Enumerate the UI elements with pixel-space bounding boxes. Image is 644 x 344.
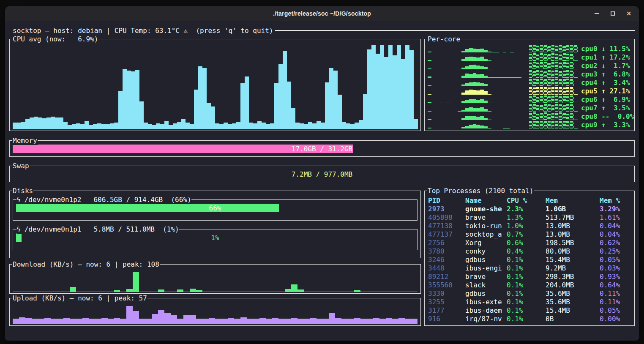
process-mem: 204.0MB [546, 281, 600, 289]
titlebar[interactable]: ./target/release/soc ~/D/G/socktop ✕ [5, 6, 639, 21]
cpu-avg-bar [194, 90, 198, 129]
cpu4-bar [540, 79, 544, 86]
disks-panel: Disks ϟ /dev/nvme0n1p2 606.5GB / 914.4GB… [9, 191, 421, 258]
cpu-avg-bar [401, 59, 405, 129]
download-bar [44, 292, 51, 292]
close-button[interactable]: ✕ [623, 8, 635, 19]
download-bar [317, 292, 323, 292]
cpu9-bar [551, 121, 555, 128]
cpu7-bar [428, 111, 431, 112]
process-pid: 3448 [428, 264, 465, 272]
cpu6-bar [488, 103, 491, 103]
minimize-button[interactable] [591, 8, 603, 19]
cpu-avg-bar [342, 122, 346, 129]
process-cpu-pct: 0.1% [507, 256, 546, 264]
process-mem: 13.0MB [546, 222, 600, 230]
close-icon: ✕ [626, 11, 631, 16]
upload-bar [215, 319, 221, 324]
upload-bar [234, 319, 240, 324]
process-mem-pct: 0.00% [600, 315, 632, 323]
upload-bar [120, 319, 126, 324]
cpu-avg-bar [118, 91, 123, 129]
download-bar [398, 292, 405, 292]
cpu4-label: cpu4 ↑ 3.4% [581, 78, 632, 87]
process-name: gdbus [465, 256, 507, 264]
download-bar [95, 292, 101, 292]
cpu7-bar [469, 107, 473, 112]
cpu8-bar [529, 113, 533, 120]
cpu1-bar [566, 54, 570, 61]
cpu9-bar [574, 128, 578, 128]
process-pid: 3177 [428, 306, 465, 314]
cpu9-bar [473, 124, 477, 128]
cpu8-bar [559, 112, 563, 120]
terminal-content[interactable]: socktop — host: debian | CPU Temp: 63.1°… [5, 21, 639, 341]
upload-bar [63, 318, 70, 324]
cpu0-bar [566, 45, 570, 52]
cpu9-bar [469, 125, 473, 128]
cpu4-bar [461, 85, 465, 86]
cpu2-bar [461, 68, 465, 69]
download-bar [253, 292, 259, 292]
download-bar [51, 292, 57, 292]
cpu-avg-bar [384, 57, 388, 129]
cpu3-label: cpu3 ↑ 6.8% [581, 70, 632, 78]
cpu7-bar [480, 107, 484, 112]
download-bar [392, 292, 398, 292]
upload-bar [133, 311, 139, 324]
app-statusline: socktop — host: debian | CPU Temp: 63.1°… [13, 26, 635, 35]
cpu3-bar [488, 77, 491, 78]
cpu8-bar [551, 113, 555, 120]
cpu6-bar [566, 96, 570, 103]
download-bar [13, 292, 19, 292]
cpu4-bar [570, 79, 574, 86]
disk-nvme0n1p1: ϟ /dev/nvme0n1p1 5.8MB / 511.0MB (1%) 1%… [13, 229, 418, 250]
cpu8-bar [533, 112, 537, 120]
cpu1-bar [484, 59, 488, 61]
process-mem: 13.0MB [546, 230, 600, 238]
download-bar [89, 292, 95, 292]
cpu6-bar [533, 96, 537, 103]
cpu1-sparkline [428, 53, 578, 61]
upload-bar [89, 319, 95, 324]
download-bar [145, 292, 152, 292]
cpu2-bar [563, 62, 567, 69]
cpu1-bar [465, 57, 469, 61]
upload-bar [354, 318, 360, 324]
memory-gauge: 17.0GB / 31.2GB17.0GB / 31.2GB [13, 145, 631, 153]
cpu7-bar [555, 104, 559, 112]
cpu3-bar [529, 70, 533, 78]
cpu9-bar [529, 121, 533, 128]
cpu5-bar [476, 90, 480, 95]
cpu2-bar [484, 67, 488, 69]
maximize-button[interactable] [607, 8, 619, 19]
process-name: gdbus [465, 289, 507, 298]
cpu-avg-bar [148, 124, 152, 129]
process-mem-pct: 0.05% [600, 306, 632, 314]
process-pid: 3780 [428, 247, 465, 255]
cpu-avg-bar [287, 82, 291, 129]
cpu7-bar [566, 104, 570, 112]
cpu2-bar [536, 63, 540, 69]
upload-bar [51, 319, 57, 324]
cpu-avg-bar [51, 117, 55, 129]
cpu5-bar [461, 93, 465, 95]
window-title: ./target/release/soc ~/D/G/socktop [5, 10, 639, 17]
cpu4-bar [476, 82, 480, 86]
disk-usage-gauge: 66%66% [16, 204, 414, 212]
cpu-avg-bar [397, 45, 401, 129]
cpu7-bar [458, 111, 461, 112]
cpu2-bar [570, 62, 574, 69]
status-text: socktop — host: debian | CPU Temp: 63.1°… [13, 27, 273, 35]
cpu-avg-bar [367, 49, 371, 129]
upload-bar [202, 319, 209, 324]
download-bar [348, 292, 354, 292]
upload-bar [108, 319, 114, 324]
upload-bar [278, 319, 285, 324]
cpu1-bar [480, 57, 484, 61]
cpu6-bar [484, 101, 488, 103]
cpu-avg-bar [262, 123, 266, 129]
process-pid: 355560 [428, 281, 465, 289]
cpu9-bar [461, 127, 465, 128]
cpu3-bar [506, 77, 510, 78]
